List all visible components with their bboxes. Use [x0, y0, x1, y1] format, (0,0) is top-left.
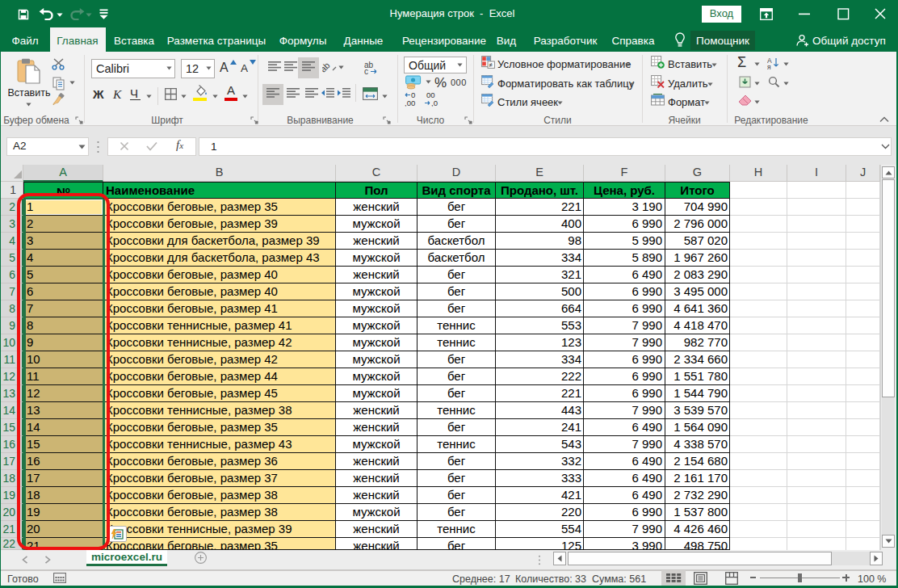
svg-text:ab: ab: [322, 61, 332, 74]
svg-text:я: я: [767, 63, 771, 69]
svg-text:c: c: [364, 67, 368, 75]
svg-text:,00: ,00: [405, 99, 415, 107]
svg-text:≠: ≠: [489, 61, 493, 69]
svg-text:,0: ,0: [431, 99, 438, 107]
